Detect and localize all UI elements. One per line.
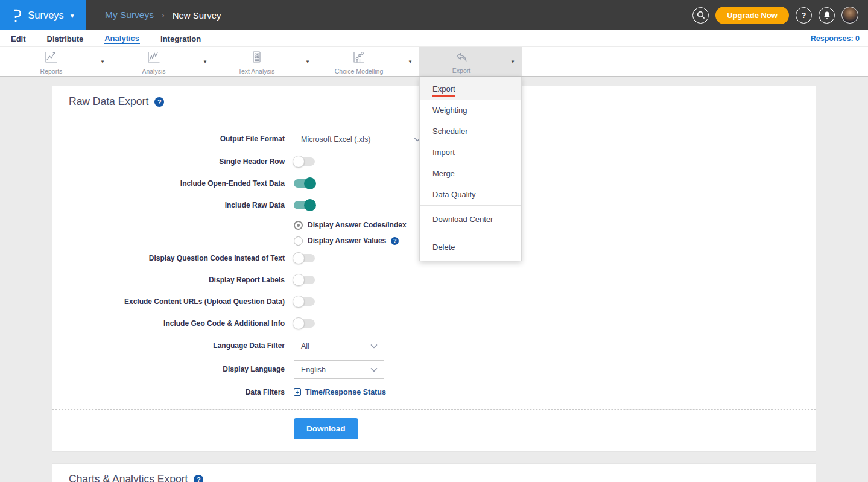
toolbar-item-text-analysis: Text Analysis ▾ [214,47,317,76]
output-format-value: Microsoft Excel (.xls) [301,135,370,144]
reports-label: Reports [40,68,63,75]
answer-codes-radio[interactable] [294,221,303,230]
toolbar-item-reports: Reports ▾ [9,47,112,76]
language-filter-select[interactable]: All [294,337,384,355]
toggle-knob [293,317,305,329]
answer-codes-radio-label[interactable]: Display Answer Codes/Index [308,221,407,229]
form-row-display-language: Display Language English [52,360,816,379]
export-dropdown-caret[interactable]: ▾ [504,47,522,76]
help-badge-icon[interactable]: ? [194,475,203,482]
charts-analytics-export-card: Charts & Analytics Export ? [52,463,816,482]
menu-item-export[interactable]: Export [420,77,521,100]
export-dropdown-menu: Export Weighting Scheduler Import Merge … [419,77,522,261]
top-bar: Surveys ▼ My Surveys › New Survey Upgrad… [0,0,868,30]
question-mark-icon: ? [802,11,806,20]
text-analysis-button[interactable]: Text Analysis [214,47,299,76]
tab-analytics[interactable]: Analytics [104,33,140,44]
tab-distribute[interactable]: Distribute [46,33,84,44]
analysis-label: Analysis [142,68,165,75]
line-chart-icon [44,51,59,66]
reports-button[interactable]: Reports [9,47,93,76]
raw-data-export-footer: Download [52,410,816,451]
document-grid-icon [249,51,264,66]
time-response-status-link[interactable]: + Time/Response Status [294,388,386,396]
help-badge-icon[interactable]: ? [154,97,164,107]
choice-modelling-dropdown-caret[interactable]: ▾ [401,47,419,76]
tab-edit[interactable]: Edit [10,33,27,44]
output-format-select[interactable]: Microsoft Excel (.xls) [294,130,428,148]
question-codes-toggle[interactable] [294,254,315,262]
user-avatar[interactable] [841,7,858,24]
language-filter-value: All [301,342,309,350]
raw-data-label: Include Raw Data [52,201,285,210]
data-filters-label: Data Filters [52,388,285,397]
upgrade-now-button[interactable]: Upgrade Now [715,7,789,24]
responses-count: Responses: 0 [811,34,868,43]
time-response-status-label: Time/Response Status [305,388,386,396]
menu-item-merge[interactable]: Merge [420,163,521,184]
tab-integration[interactable]: Integration [160,33,201,44]
toggle-knob [293,296,305,308]
answer-values-radio[interactable] [294,236,303,246]
scatter-chart-icon [352,51,366,66]
display-language-select[interactable]: English [294,360,384,379]
raw-data-toggle[interactable] [294,201,315,209]
geo-code-label: Include Geo Code & Additional Info [52,319,285,328]
bell-icon [823,11,831,20]
chevron-down-icon [370,367,378,372]
breadcrumb: My Surveys › New Survey [86,0,692,30]
reports-dropdown-caret[interactable]: ▾ [93,47,112,76]
top-actions: Upgrade Now ? [692,0,868,30]
toolbar-item-export: Export ▾ [419,47,522,76]
display-language-label: Display Language [52,365,285,374]
text-analysis-label: Text Analysis [238,68,275,75]
form-row-exclude-urls: Exclude Content URLs (Upload Question Da… [52,293,816,310]
single-header-toggle[interactable] [294,157,315,166]
toggle-knob [304,199,316,211]
export-arrow-icon [454,51,469,66]
toggle-knob [293,252,305,264]
survey-nav-tabs: Edit Distribute Analytics Integration Re… [0,30,868,47]
radio-dot [297,224,300,227]
single-header-label: Single Header Row [52,157,285,166]
search-button[interactable] [692,7,709,24]
page-title: Raw Data Export [69,95,148,108]
chevron-down-icon [370,344,378,349]
language-filter-label: Language Data Filter [52,341,285,350]
analytics-toolbar: Reports ▾ Analysis ▾ Text Analysis ▾ Cho… [0,47,868,77]
export-button[interactable]: Export [419,47,504,76]
app-menu-surveys[interactable]: Surveys ▼ [0,0,86,30]
toggle-knob [293,156,305,168]
report-labels-toggle[interactable] [294,276,315,284]
breadcrumb-my-surveys[interactable]: My Surveys [105,10,154,21]
breadcrumb-current: New Survey [173,10,221,21]
open-ended-toggle[interactable] [294,179,315,188]
text-analysis-dropdown-caret[interactable]: ▾ [299,47,317,76]
notifications-button[interactable] [819,7,835,24]
choice-modelling-button[interactable]: Choice Modelling [317,47,401,76]
analysis-dropdown-caret[interactable]: ▾ [196,47,214,76]
toolbar-item-choice-modelling: Choice Modelling ▾ [317,47,419,76]
toolbar-item-analysis: Analysis ▾ [112,47,214,76]
output-format-label: Output File Format [52,135,285,144]
geo-code-toggle[interactable] [294,319,315,328]
form-row-report-labels: Display Report Labels [52,271,816,288]
menu-item-weighting[interactable]: Weighting [420,100,521,121]
exclude-urls-toggle[interactable] [294,297,315,306]
analysis-chart-icon [147,51,161,66]
analysis-button[interactable]: Analysis [112,47,196,76]
menu-item-delete[interactable]: Delete [420,233,521,261]
toggle-knob [304,177,316,189]
download-button[interactable]: Download [294,418,358,439]
open-ended-label: Include Open-Ended Text Data [52,179,285,188]
question-codes-label: Display Question Codes instead of Text [52,254,285,263]
display-language-value: English [301,366,326,374]
menu-item-import[interactable]: Import [420,142,521,163]
menu-item-scheduler[interactable]: Scheduler [420,121,521,142]
menu-item-data-quality[interactable]: Data Quality [420,184,521,205]
menu-item-download-center[interactable]: Download Center [420,205,521,233]
help-badge-icon[interactable]: ? [391,237,399,245]
help-button[interactable]: ? [796,7,812,24]
report-labels-label: Display Report Labels [52,276,285,285]
answer-values-radio-label[interactable]: Display Answer Values [308,236,386,245]
